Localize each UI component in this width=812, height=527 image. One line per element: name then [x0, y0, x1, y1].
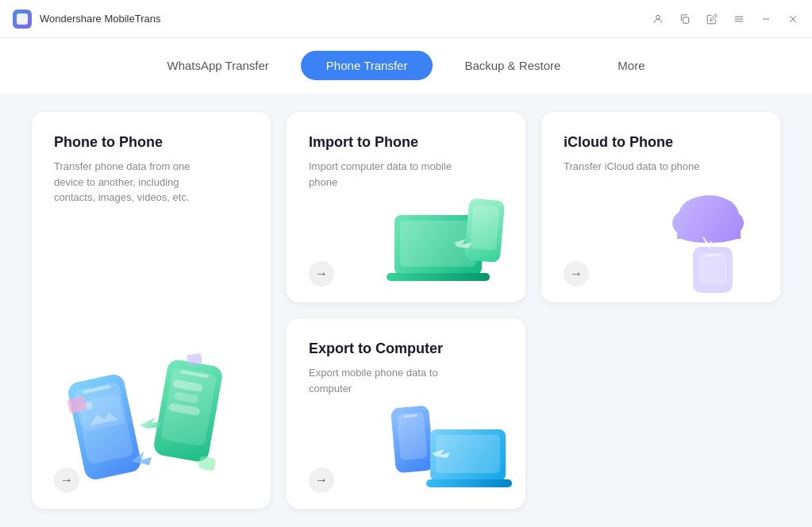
svg-rect-23 — [400, 221, 476, 267]
profile-icon[interactable] — [652, 13, 664, 25]
svg-rect-1 — [683, 17, 689, 23]
svg-point-0 — [656, 15, 660, 19]
svg-rect-26 — [470, 205, 500, 251]
export-illustration — [383, 390, 518, 501]
svg-rect-40 — [426, 479, 512, 487]
copy-icon[interactable] — [679, 13, 691, 25]
minimize-icon[interactable] — [760, 13, 772, 25]
arrow-button-phone-to-phone[interactable]: → — [54, 467, 79, 493]
app-icon — [13, 10, 32, 29]
close-icon[interactable] — [787, 13, 799, 25]
phone-to-phone-illustration — [64, 334, 239, 493]
main-content: Phone to Phone Transfer phone data from … — [0, 93, 812, 527]
card-icloud-title: iCloud to Phone — [564, 134, 758, 151]
card-import-title: Import to Phone — [309, 134, 503, 151]
card-import-to-phone[interactable]: Import to Phone Import computer data to … — [287, 112, 525, 302]
nav-tabs: WhatsApp Transfer Phone Transfer Backup … — [0, 38, 812, 93]
arrow-button-import[interactable]: → — [309, 261, 334, 287]
arrow-button-export[interactable]: → — [309, 467, 334, 493]
app-title: Wondershare MobileTrans — [40, 13, 652, 25]
card-export-title: Export to Computer — [309, 340, 503, 357]
svg-rect-21 — [187, 353, 202, 366]
card-phone-to-phone[interactable]: Phone to Phone Transfer phone data from … — [32, 112, 271, 509]
title-bar: Wondershare MobileTrans — [0, 0, 812, 38]
tab-whatsapp[interactable]: WhatsApp Transfer — [141, 51, 294, 80]
icloud-illustration — [637, 183, 772, 294]
svg-rect-34 — [705, 254, 721, 256]
card-icloud-to-phone[interactable]: iCloud to Phone Transfer iCloud data to … — [541, 112, 780, 302]
tab-backup[interactable]: Backup & Restore — [439, 51, 586, 80]
title-bar-controls — [652, 13, 799, 25]
svg-rect-33 — [698, 252, 727, 284]
svg-rect-36 — [397, 412, 428, 460]
svg-rect-20 — [198, 456, 215, 471]
card-icloud-desc: Transfer iCloud data to phone — [564, 159, 706, 175]
svg-rect-24 — [387, 273, 490, 281]
import-illustration — [383, 183, 518, 294]
menu-icon[interactable] — [733, 13, 745, 25]
tab-phone[interactable]: Phone Transfer — [301, 51, 433, 80]
arrow-button-icloud[interactable]: → — [564, 261, 589, 287]
card-phone-to-phone-title: Phone to Phone — [54, 134, 248, 151]
edit-icon[interactable] — [706, 13, 718, 25]
svg-point-31 — [677, 227, 741, 243]
tab-more[interactable]: More — [592, 51, 670, 80]
card-export-to-computer[interactable]: Export to Computer Export mobile phone d… — [287, 318, 525, 509]
card-phone-to-phone-desc: Transfer phone data from one device to a… — [54, 159, 197, 206]
